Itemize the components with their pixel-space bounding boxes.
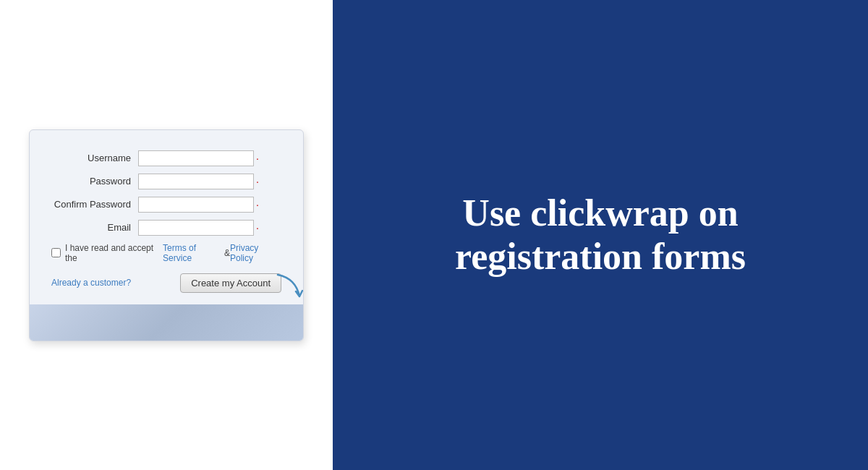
terms-checkbox[interactable] bbox=[51, 248, 61, 257]
create-account-button[interactable]: Create my Account bbox=[180, 273, 281, 293]
registration-form-card: Username · Password · Confirm Password · bbox=[29, 129, 304, 341]
left-panel: Username · Password · Confirm Password · bbox=[0, 0, 333, 470]
checkbox-text-before: I have read and accept the bbox=[65, 243, 163, 263]
arrow-icon bbox=[271, 271, 304, 311]
password-required: · bbox=[256, 176, 259, 187]
username-row: Username · bbox=[51, 150, 281, 166]
checkbox-and: & bbox=[224, 248, 230, 258]
terms-of-service-link[interactable]: Terms of Service bbox=[163, 243, 224, 263]
confirm-password-input-wrap: · bbox=[138, 197, 281, 213]
right-panel: Use clickwrap on registration forms bbox=[333, 0, 868, 470]
confirm-password-row: Confirm Password · bbox=[51, 197, 281, 213]
privacy-policy-link[interactable]: Privacy Policy bbox=[230, 243, 281, 263]
email-required: · bbox=[256, 223, 259, 233]
username-input-wrap: · bbox=[138, 150, 281, 166]
email-input[interactable] bbox=[138, 220, 254, 236]
terms-checkbox-row: I have read and accept the Terms of Serv… bbox=[51, 243, 281, 263]
email-input-wrap: · bbox=[138, 220, 281, 236]
headline-line2: registration forms bbox=[455, 236, 746, 277]
headline: Use clickwrap on registration forms bbox=[455, 192, 746, 278]
confirm-password-input[interactable] bbox=[138, 197, 254, 213]
password-input[interactable] bbox=[138, 174, 254, 189]
username-input[interactable] bbox=[138, 150, 254, 166]
confirm-password-required: · bbox=[256, 200, 259, 210]
confirm-password-label: Confirm Password bbox=[51, 199, 138, 210]
username-required: · bbox=[256, 153, 259, 163]
already-customer-link[interactable]: Already a customer? bbox=[51, 278, 131, 288]
password-label: Password bbox=[51, 176, 138, 187]
email-label: Email bbox=[51, 222, 138, 233]
action-row: Already a customer? Create my Account bbox=[51, 273, 281, 293]
email-row: Email · bbox=[51, 220, 281, 236]
username-label: Username bbox=[51, 153, 138, 163]
arrow-container bbox=[271, 271, 304, 314]
password-row: Password · bbox=[51, 174, 281, 189]
password-input-wrap: · bbox=[138, 174, 281, 189]
headline-line1: Use clickwrap on bbox=[462, 192, 738, 234]
